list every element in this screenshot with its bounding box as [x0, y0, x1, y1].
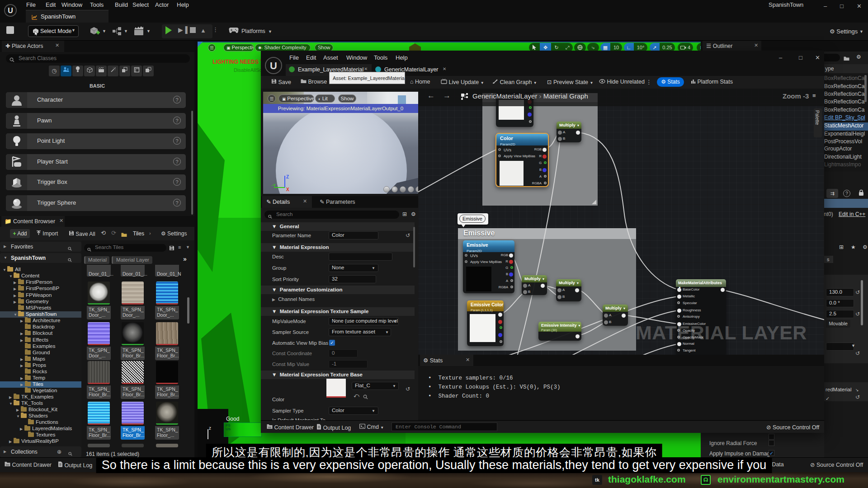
svg-text:X: X [286, 187, 289, 191]
svg-text:-Y: -Y [272, 183, 276, 188]
svg-text:Z: Z [286, 174, 289, 179]
